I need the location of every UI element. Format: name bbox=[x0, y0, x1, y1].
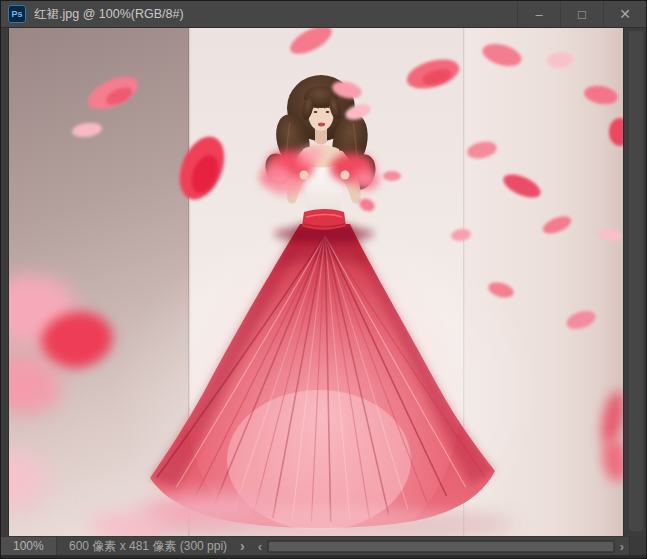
red-sash bbox=[302, 209, 346, 230]
scroll-right-icon[interactable]: › bbox=[615, 540, 629, 553]
canvas-area bbox=[1, 28, 647, 536]
vertical-scrollbar-thumb[interactable] bbox=[629, 31, 643, 531]
window-bottom-edge bbox=[1, 555, 647, 559]
vertical-scrollbar[interactable] bbox=[623, 28, 647, 536]
photo-illustration bbox=[9, 28, 623, 536]
image-canvas[interactable] bbox=[9, 28, 623, 536]
statusbar: 100% 600 像素 x 481 像素 (300 ppi) › ‹ › bbox=[1, 536, 647, 555]
scroll-left-icon[interactable]: ‹ bbox=[253, 540, 267, 553]
status-options-arrow-icon[interactable]: › bbox=[240, 539, 245, 553]
window-controls: – □ ✕ bbox=[517, 1, 646, 27]
photoshop-app-icon: Ps bbox=[8, 5, 26, 23]
horizontal-scrollbar[interactable]: ‹ › bbox=[253, 537, 629, 555]
document-title: 红裙.jpg @ 100%(RGB/8#) bbox=[34, 6, 184, 23]
horizontal-scrollbar-track[interactable] bbox=[267, 540, 615, 553]
document-info[interactable]: 600 像素 x 481 像素 (300 ppi) bbox=[69, 538, 227, 555]
statusbar-corner bbox=[629, 537, 647, 555]
maximize-icon[interactable]: □ bbox=[560, 1, 603, 27]
minimize-icon[interactable]: – bbox=[517, 1, 560, 27]
photoshop-document-window: Ps 红裙.jpg @ 100%(RGB/8#) – □ ✕ bbox=[0, 0, 647, 559]
canvas-left-gutter bbox=[1, 28, 9, 536]
horizontal-scrollbar-thumb[interactable] bbox=[269, 542, 613, 551]
red-skirt bbox=[139, 224, 509, 536]
titlebar[interactable]: Ps 红裙.jpg @ 100%(RGB/8#) – □ ✕ bbox=[1, 1, 646, 28]
close-icon[interactable]: ✕ bbox=[603, 1, 646, 27]
zoom-level-field[interactable]: 100% bbox=[1, 537, 57, 555]
